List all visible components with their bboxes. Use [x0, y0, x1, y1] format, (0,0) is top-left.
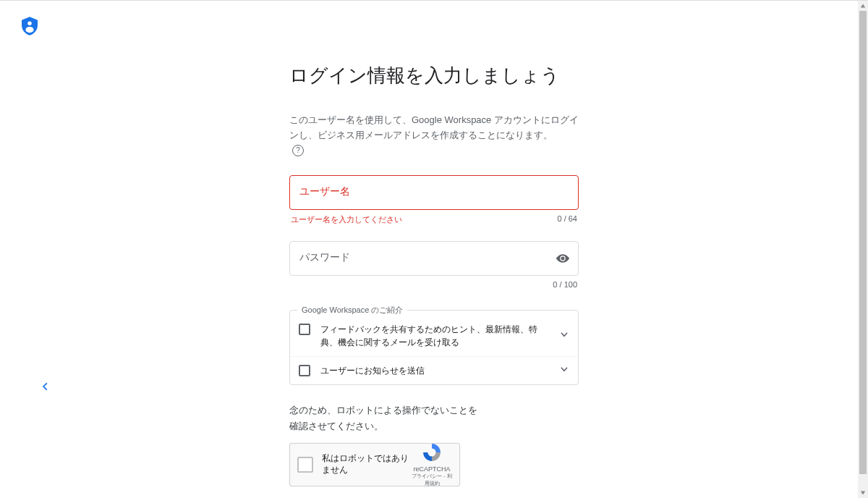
robot-line-2: 確認させてください。 [289, 418, 579, 434]
recaptcha-icon [422, 442, 442, 463]
recaptcha-brand: reCAPTCHA [412, 465, 452, 473]
password-field-wrapper: パスワード [289, 241, 579, 276]
password-input[interactable] [289, 241, 579, 276]
scrollbar-thumb[interactable] [859, 11, 867, 474]
scroll-up-arrow[interactable] [860, 3, 866, 9]
shield-icon [22, 17, 38, 38]
notify-label: ユーザーにお知らせを送信 [320, 364, 569, 377]
feedback-option-row[interactable]: フィードバックを共有するためのヒント、最新情報、特典、機会に関するメールを受け取… [290, 316, 578, 356]
chevron-down-icon[interactable] [559, 329, 569, 342]
username-input[interactable] [289, 175, 579, 210]
fieldset-legend: Google Workspace のご紹介 [297, 305, 407, 316]
page-title: ログイン情報を入力しましょう [289, 63, 579, 88]
chevron-down-icon[interactable] [559, 364, 569, 377]
page-subtext: このユーザー名を使用して、Google Workspace アカウントにログイン… [289, 113, 579, 155]
introduction-fieldset: Google Workspace のご紹介 フィードバックを共有するためのヒント… [289, 305, 579, 385]
recaptcha-checkbox[interactable] [297, 457, 313, 473]
feedback-label: フィードバックを共有するためのヒント、最新情報、特典、機会に関するメールを受け取… [320, 323, 569, 349]
scroll-down-arrow[interactable] [860, 490, 866, 496]
username-counter: 0 / 64 [557, 214, 577, 225]
username-field-wrapper: ユーザー名 [289, 175, 579, 210]
recaptcha-legal[interactable]: プライバシー - 利用規約 [412, 473, 452, 487]
svg-point-0 [27, 22, 32, 25]
notify-option-row[interactable]: ユーザーにお知らせを送信 [290, 356, 578, 384]
recaptcha-badge-area: reCAPTCHA プライバシー - 利用規約 [412, 442, 452, 487]
username-helper: ユーザー名を入力してください 0 / 64 [289, 214, 579, 225]
back-button[interactable] [41, 381, 51, 394]
feedback-checkbox[interactable] [299, 324, 310, 335]
scrollbar[interactable] [858, 1, 868, 498]
username-error: ユーザー名を入力してください [291, 214, 402, 225]
password-helper: 0 / 100 [289, 280, 579, 289]
recaptcha-label: 私はロボットではありません [322, 453, 412, 476]
notify-checkbox[interactable] [299, 365, 310, 376]
password-counter: 0 / 100 [553, 280, 577, 289]
recaptcha-widget: 私はロボットではありません reCAPTCHA プライバシー - 利用規約 [289, 443, 460, 486]
subtext-copy: このユーザー名を使用して、Google Workspace アカウントにログイン… [289, 113, 579, 143]
help-icon[interactable]: ? [292, 145, 304, 156]
robot-line-1: 念のため、ロボットによる操作でないことを [289, 402, 579, 418]
robot-verification-text: 念のため、ロボットによる操作でないことを 確認させてください。 [289, 402, 579, 434]
visibility-toggle-icon[interactable] [556, 251, 570, 269]
